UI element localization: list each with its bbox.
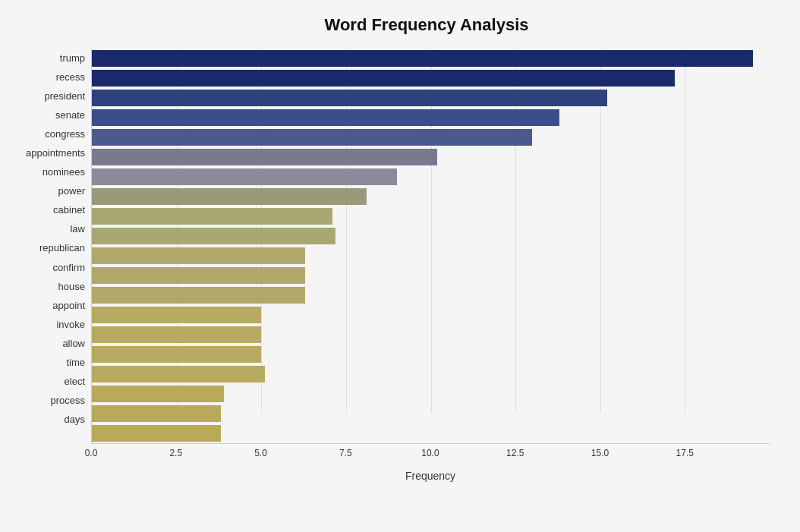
bar <box>92 267 305 284</box>
y-label: time <box>66 353 85 372</box>
chart-container: Word Frequency Analysis trumprecesspresi… <box>0 0 800 532</box>
bar <box>92 405 221 422</box>
bar-row <box>92 423 770 443</box>
y-label: allow <box>62 334 85 353</box>
bar-row <box>92 364 770 384</box>
bar-row <box>92 167 770 187</box>
bar-row <box>92 187 770 206</box>
bar <box>92 109 559 126</box>
bar <box>92 326 261 343</box>
x-tick: 5.0 <box>254 448 267 458</box>
bar <box>92 366 265 382</box>
x-tick: 12.5 <box>506 448 524 458</box>
bar-row <box>92 108 770 127</box>
y-label: recess <box>56 68 85 87</box>
x-tick: 15.0 <box>591 448 609 458</box>
plot-area: Frequency 0.02.55.07.510.012.515.017.5 <box>91 49 770 459</box>
x-axis-label: Frequency <box>91 470 770 482</box>
x-tick: 7.5 <box>339 448 352 458</box>
bar-row <box>92 206 770 226</box>
y-label: appointments <box>26 143 85 162</box>
x-tick: 17.5 <box>676 448 694 458</box>
y-label: confirm <box>52 258 85 277</box>
x-tick: 10.0 <box>421 448 439 458</box>
bar <box>92 247 305 264</box>
y-label: house <box>58 277 85 296</box>
y-label: senate <box>55 105 85 124</box>
x-axis: Frequency 0.02.55.07.510.012.515.017.5 <box>91 443 770 459</box>
y-axis: trumprecesspresidentsenatecongressappoin… <box>8 49 91 459</box>
bar-row <box>92 325 770 345</box>
bar <box>92 425 221 442</box>
bars-container <box>91 49 770 443</box>
y-label: appoint <box>52 296 85 315</box>
bar-row <box>92 49 770 68</box>
bar-row <box>92 88 770 108</box>
bar <box>92 386 224 402</box>
bar <box>92 228 335 244</box>
chart-area: trumprecesspresidentsenatecongressappoin… <box>8 49 770 459</box>
y-label: invoke <box>56 315 85 334</box>
bar-row <box>92 266 770 285</box>
bar <box>92 70 675 87</box>
bar-row <box>92 127 770 147</box>
y-label: congress <box>45 124 85 143</box>
y-label: power <box>58 181 85 200</box>
y-label: elect <box>65 372 85 391</box>
y-label: nominees <box>43 162 85 181</box>
y-label: law <box>70 219 85 238</box>
bar-row <box>92 147 770 167</box>
bar-row <box>92 384 770 404</box>
bar-row <box>92 404 770 423</box>
bar <box>92 188 367 205</box>
bar <box>92 208 332 225</box>
chart-title: Word Frequency Analysis <box>8 15 770 35</box>
bar <box>92 287 305 304</box>
y-label: days <box>65 410 85 429</box>
y-label: cabinet <box>53 200 85 219</box>
y-label: trump <box>60 49 85 68</box>
bar <box>92 129 532 146</box>
y-label: president <box>45 87 85 105</box>
x-tick: 2.5 <box>169 448 182 458</box>
bar-row <box>92 68 770 88</box>
bar-row <box>92 305 770 325</box>
bar-row <box>92 285 770 305</box>
bar <box>92 90 607 106</box>
bar <box>92 50 753 67</box>
y-label: republican <box>39 238 85 257</box>
bar <box>92 307 261 323</box>
bar <box>92 346 261 363</box>
bar <box>92 149 437 165</box>
bar-row <box>92 246 770 266</box>
bar <box>92 168 397 185</box>
bar-row <box>92 226 770 246</box>
x-tick: 0.0 <box>85 448 98 458</box>
bar-row <box>92 345 770 364</box>
y-label: process <box>50 391 85 410</box>
